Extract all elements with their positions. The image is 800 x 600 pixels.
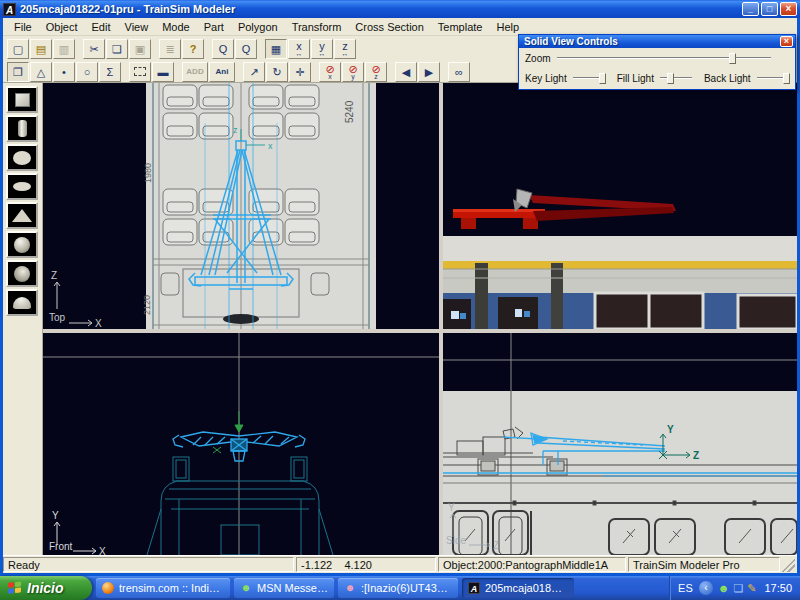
add-button[interactable]: ADD xyxy=(182,62,208,82)
find-button[interactable]: ∞ xyxy=(448,62,470,82)
lock-z-button[interactable]: ⊘z xyxy=(365,62,387,82)
viewport-top[interactable]: 5240 1980 2120 xyxy=(43,83,439,329)
fill-light-slider[interactable] xyxy=(660,77,692,79)
magnifier-small-icon: Q xyxy=(242,44,251,54)
side-view-canvas: Y Z Y Side xyxy=(443,333,797,555)
rotate-tool-button[interactable]: ↻ xyxy=(266,62,288,82)
triangle-mode-button[interactable]: △ xyxy=(30,62,52,82)
grid-toggle-button[interactable]: ▦ xyxy=(265,39,287,59)
axis-z-button[interactable]: z↔ xyxy=(334,39,356,59)
chat-contact-icon: ☻ xyxy=(344,582,356,594)
tray-network-icon[interactable]: ❏ xyxy=(733,581,743,595)
language-indicator[interactable]: ES xyxy=(678,582,693,594)
circle-mode-button[interactable]: ○ xyxy=(76,62,98,82)
menu-edit[interactable]: Edit xyxy=(85,19,118,35)
menu-mode[interactable]: Mode xyxy=(155,19,197,35)
marquee-select-button[interactable] xyxy=(129,62,151,82)
taskbar-item-msn-messenger[interactable]: ☻ MSN Messenger xyxy=(234,578,334,598)
primitive-dome-button[interactable] xyxy=(6,289,38,316)
open-file-button[interactable]: ▤ xyxy=(30,39,52,59)
menu-view[interactable]: View xyxy=(118,19,156,35)
start-button[interactable]: Inicio xyxy=(0,576,92,600)
key-light-slider[interactable] xyxy=(573,77,605,79)
prev-part-button[interactable]: ◀ xyxy=(395,62,417,82)
tray-collapse-chevron[interactable]: ‹ xyxy=(699,581,713,595)
firefox-icon xyxy=(102,582,114,594)
tray-clock: 17:50 xyxy=(764,582,792,594)
primitive-ball-button[interactable] xyxy=(6,231,38,258)
menu-help[interactable]: Help xyxy=(489,19,526,35)
primitive-disc-button[interactable] xyxy=(6,173,38,200)
spline-mode-button[interactable]: Σ xyxy=(99,62,121,82)
select-object-button[interactable]: ❐ xyxy=(7,62,29,82)
tray-pen-icon[interactable]: ✎ xyxy=(747,581,756,595)
zoom-in-button[interactable]: Q xyxy=(212,39,234,59)
help-icon: ? xyxy=(190,44,197,54)
zoom-slider[interactable] xyxy=(557,57,771,59)
system-tray: ES ‹ ☻ ❏ ✎ 17:50 xyxy=(669,576,800,600)
lock-y-button[interactable]: ⊘y xyxy=(342,62,364,82)
lock-x-button[interactable]: ⊘x xyxy=(319,62,341,82)
side-axis-right-label: Z xyxy=(493,540,499,551)
copy-icon: ❏ xyxy=(112,44,122,54)
primitive-geosphere-button[interactable] xyxy=(6,260,38,287)
back-light-slider[interactable] xyxy=(757,77,789,79)
primitive-box-button[interactable] xyxy=(6,86,38,113)
axis-x-button[interactable]: x↔ xyxy=(288,39,310,59)
cut-button[interactable]: ✂ xyxy=(83,39,105,59)
viewport-front[interactable]: Y Front X xyxy=(43,333,439,555)
new-file-icon: ▢ xyxy=(13,44,23,54)
menu-object[interactable]: Object xyxy=(39,19,85,35)
animate-button[interactable]: Ani xyxy=(209,62,235,82)
taskbar-item-browser[interactable]: trensim.com :: Indice ... xyxy=(96,578,230,598)
close-button[interactable]: × xyxy=(780,2,797,16)
taskbar-item-trainsim-modeler[interactable]: A 205mcaja01822-01pr... xyxy=(462,578,574,598)
menu-file[interactable]: File xyxy=(7,19,39,35)
menu-transform[interactable]: Transform xyxy=(285,19,349,35)
marquee-select-icon xyxy=(134,67,146,76)
point-mode-button[interactable]: • xyxy=(53,62,75,82)
axis-y-button[interactable]: y↔ xyxy=(311,39,333,59)
zoom-slider-handle[interactable] xyxy=(729,53,736,64)
zoom-out-button[interactable]: Q xyxy=(235,39,257,59)
tray-msn-icon[interactable]: ☻ xyxy=(718,581,730,595)
print-button[interactable]: ≣ xyxy=(159,39,181,59)
back-light-slider-handle[interactable] xyxy=(783,73,790,84)
menu-part[interactable]: Part xyxy=(197,19,231,35)
fill-light-slider-handle[interactable] xyxy=(667,73,674,84)
solid-view-controls-dialog[interactable]: Solid View Controls × Zoom Key Light Fil… xyxy=(518,34,796,90)
next-part-button[interactable]: ▶ xyxy=(418,62,440,82)
scale-tool-button[interactable]: ✛ xyxy=(289,62,311,82)
dialog-title-bar[interactable]: Solid View Controls × xyxy=(519,35,795,48)
primitive-cylinder-button[interactable] xyxy=(6,115,38,142)
taskbar-item-msn-conversation[interactable]: ☻ :[Inazio(6)UT434:[De... xyxy=(338,578,458,598)
primitive-cone-button[interactable] xyxy=(6,202,38,229)
reference-photo xyxy=(443,236,797,329)
viewport-perspective[interactable] xyxy=(443,83,797,329)
menu-cross-section[interactable]: Cross Section xyxy=(348,19,430,35)
top-axis-up-label: Z xyxy=(51,270,57,281)
menu-template[interactable]: Template xyxy=(431,19,490,35)
new-file-button[interactable]: ▢ xyxy=(7,39,29,59)
cylinder-shape-icon xyxy=(18,120,27,137)
copy-button[interactable]: ❏ xyxy=(106,39,128,59)
maximize-button[interactable]: □ xyxy=(761,2,778,16)
primitive-sphere-button[interactable] xyxy=(6,144,38,171)
title-bar[interactable]: A 205mcaja01822-01pru - TrainSim Modeler… xyxy=(0,0,800,18)
menu-polygon[interactable]: Polygon xyxy=(231,19,285,35)
resize-grip[interactable] xyxy=(782,557,795,572)
help-button[interactable]: ? xyxy=(182,39,204,59)
move-tool-button[interactable]: ↗ xyxy=(243,62,265,82)
minimize-button[interactable]: _ xyxy=(742,2,759,16)
viewport-side[interactable]: Y Z Y Side xyxy=(443,333,797,555)
side-marker-y-label: Y xyxy=(667,424,674,435)
save-button[interactable]: ▥ xyxy=(53,39,75,59)
dialog-close-button[interactable]: × xyxy=(780,36,793,47)
move-arrow-icon: ↗ xyxy=(249,67,258,77)
key-light-slider-handle[interactable] xyxy=(599,73,606,84)
ruler-button[interactable]: ▬ xyxy=(152,62,174,82)
taskbar: Inicio trensim.com :: Indice ... ☻ MSN M… xyxy=(0,576,800,600)
open-folder-icon: ▤ xyxy=(36,44,46,54)
side-marker-z-label: Z xyxy=(693,450,699,461)
paste-button[interactable]: ▣ xyxy=(129,39,151,59)
